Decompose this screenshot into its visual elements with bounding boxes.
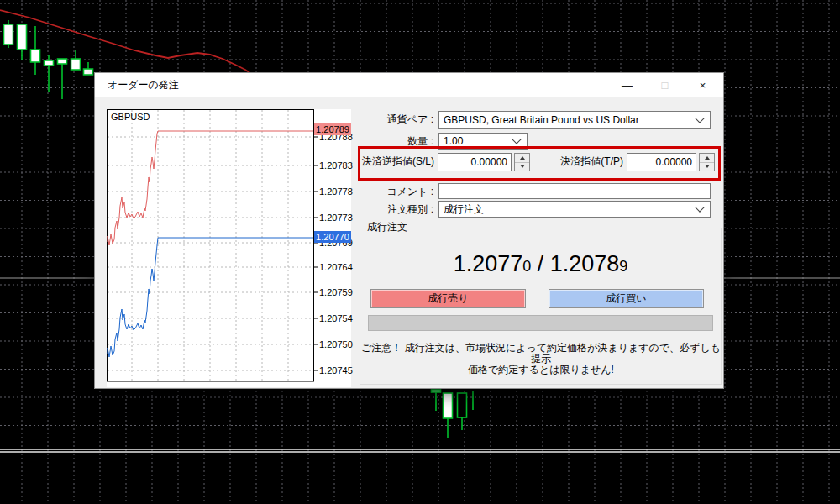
ask-price-pip: 9 (619, 258, 627, 275)
chevron-down-icon (695, 202, 704, 212)
price-scale-label: 1.20745 (319, 365, 353, 375)
maximize-button[interactable]: □ (646, 73, 684, 97)
market-buy-button[interactable]: 成行買い (549, 289, 704, 308)
minimize-button[interactable]: — (608, 73, 646, 97)
chevron-down-icon (512, 134, 521, 144)
price-scale-label: 1.20764 (319, 262, 353, 272)
tick-chart-symbol: GBPUSD (111, 112, 150, 122)
order-dialog: オーダーの発注 — □ × GBPUSD 1.20789 1.20770 1.2… (94, 72, 724, 389)
price-quote: 1.20770 / 1.20789 (360, 251, 722, 277)
tick-chart-panel: GBPUSD 1.20789 1.20770 1.207881.207831.2… (107, 109, 351, 387)
take-profit-input[interactable] (627, 153, 696, 171)
bid-price-pip: 0 (522, 258, 531, 275)
spinner-up-icon[interactable] (700, 154, 714, 163)
bid-price-tag: 1.20770 (314, 231, 351, 243)
market-order-group-title: 成行注文 (364, 220, 411, 234)
stop-loss-label: 決済逆指値(S/L) (276, 153, 434, 171)
spinner-down-icon[interactable] (700, 163, 714, 171)
warning-note-line2: 価格で約定するとは限りません! (468, 364, 614, 375)
price-scale-label: 1.20754 (319, 313, 353, 323)
order-type-select[interactable]: 成行注文 (438, 201, 711, 218)
progress-bar (368, 315, 713, 331)
symbol-value: GBPUSD, Great Britain Pound vs US Dollar (444, 114, 639, 126)
order-type-label: 注文種別 : (288, 201, 433, 218)
bid-price: 1.2077 (454, 251, 523, 276)
dialog-titlebar[interactable]: オーダーの発注 — □ × (95, 73, 723, 97)
price-separator: / (531, 251, 550, 276)
metatrader-workspace: オーダーの発注 — □ × GBPUSD 1.20789 1.20770 1.2… (0, 0, 840, 504)
comment-label: コメント : (288, 183, 433, 201)
volume-value: 1.00 (444, 135, 463, 147)
dialog-title: オーダーの発注 (108, 73, 179, 97)
comment-input[interactable] (438, 183, 711, 199)
symbol-label: 通貨ペア : (288, 111, 433, 129)
volume-label: 数量 : (288, 133, 433, 150)
window-controls: — □ × (608, 73, 722, 97)
price-scale-label: 1.20759 (319, 287, 353, 297)
ask-price-tag: 1.20789 (314, 123, 351, 135)
price-scale-label: 1.20750 (319, 339, 353, 349)
chevron-down-icon (695, 113, 704, 123)
warning-note: ご注意！ 成行注文は、市場状況によって約定価格が決まりますので、必ずしも提示 価… (361, 343, 721, 375)
take-profit-label: 決済指値(T/P) (477, 153, 623, 171)
ask-price: 1.2078 (550, 251, 620, 276)
tick-chart (107, 109, 351, 387)
warning-note-line1: ご注意！ 成行注文は、市場状況によって約定価格が決まりますので、必ずしも提示 (361, 342, 721, 365)
order-type-value: 成行注文 (444, 202, 484, 217)
volume-select[interactable]: 1.00 (438, 133, 528, 150)
symbol-select[interactable]: GBPUSD, Great Britain Pound vs US Dollar (438, 111, 711, 129)
take-profit-spinner[interactable] (699, 153, 715, 171)
close-button[interactable]: × (684, 73, 722, 97)
market-sell-button[interactable]: 成行売り (370, 289, 526, 308)
